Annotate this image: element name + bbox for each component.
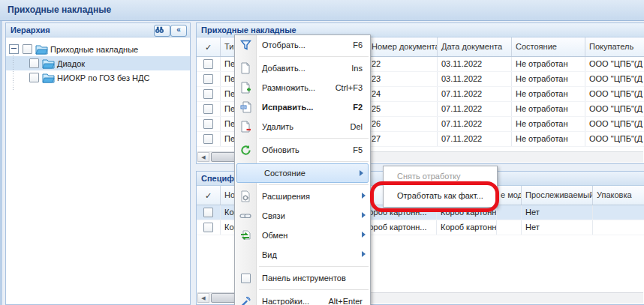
menu-separator xyxy=(259,184,369,185)
menu-item-filter[interactable]: Отобрать... F6 xyxy=(235,35,370,55)
row-checkbox[interactable] xyxy=(203,59,213,69)
menu-item-add[interactable]: Добавить... Ins xyxy=(235,58,370,78)
scroll-left-arrow-icon[interactable]: ◀ xyxy=(197,152,209,162)
cell-item: Короб картонн... xyxy=(360,220,437,235)
row-checkbox[interactable] xyxy=(203,104,213,114)
exchange-icon xyxy=(235,230,256,241)
cell-buyer: ООО "ЦПБ"(Д xyxy=(585,132,644,146)
cell-state: Не отработан xyxy=(512,102,585,116)
tree-checkbox[interactable] xyxy=(29,73,39,82)
menu-separator xyxy=(259,56,369,57)
cell-state: Не отработан xyxy=(512,132,585,146)
column-traceable[interactable]: Прослеживаемый xyxy=(522,186,593,205)
add-document-icon xyxy=(235,62,256,74)
row-checkbox[interactable] xyxy=(203,134,213,144)
row-checkbox[interactable] xyxy=(203,74,213,84)
submenu-item-process-as-fact[interactable]: Отработать как факт... xyxy=(384,186,497,205)
cell-number: 23 xyxy=(368,72,438,86)
links-icon xyxy=(235,212,256,220)
collapse-node-icon[interactable] xyxy=(9,44,19,54)
tree-item-label[interactable]: Диадок xyxy=(55,59,87,68)
duplicate-document-icon xyxy=(235,82,256,94)
menu-item-exchange[interactable]: Обмен xyxy=(235,226,370,245)
cell-date: 07.11.2022 xyxy=(438,102,512,116)
cell-state: Не отработан xyxy=(512,57,585,71)
menu-separator xyxy=(259,266,369,267)
search-button[interactable] xyxy=(154,25,170,37)
refresh-icon xyxy=(235,145,256,156)
column-check[interactable]: ✓ xyxy=(197,37,221,56)
menu-item-toolbar[interactable]: Панель инструментов xyxy=(235,268,370,288)
cell-state: Не отработан xyxy=(512,117,585,131)
state-submenu: Снять отработку Отработать как факт... xyxy=(383,166,498,208)
column-state[interactable]: Состояние xyxy=(512,37,585,56)
tree-item-label[interactable]: НИОКР по ГОЗ без НДС xyxy=(55,73,152,82)
settings-icon xyxy=(235,296,256,305)
folder-icon xyxy=(42,73,55,83)
toolbar-checkbox[interactable] xyxy=(235,274,256,283)
tree-checkbox[interactable] xyxy=(29,58,39,68)
collapse-panel-button[interactable]: « xyxy=(170,25,187,37)
cell-number: 26 xyxy=(368,117,438,131)
menu-separator xyxy=(259,138,369,139)
cell-number: 25 xyxy=(368,102,438,116)
application-window: Приходные накладные Иерархия « Прих xyxy=(0,0,644,305)
edit-document-icon xyxy=(235,101,256,113)
context-menu: Отобрать... F6 Добавить... Ins Размножит… xyxy=(234,34,371,305)
row-checkbox[interactable] xyxy=(203,89,213,99)
cell-traceable: Нет xyxy=(522,220,593,235)
filter-icon xyxy=(235,40,256,50)
tree-item-label[interactable]: Приходные накладные xyxy=(48,45,140,54)
tree-item-root[interactable]: Приходные накладные xyxy=(6,42,190,56)
title-bar: Приходные накладные xyxy=(0,0,644,21)
tree-item-niokr[interactable]: НИОКР по ГОЗ без НДС xyxy=(6,70,190,85)
menu-separator xyxy=(259,161,369,162)
tree-item-diadok[interactable]: Диадок xyxy=(6,56,190,70)
window-title: Приходные накладные xyxy=(8,4,111,15)
cell-date: 07.11.2022 xyxy=(438,117,512,131)
binoculars-icon xyxy=(155,25,170,34)
delete-document-icon xyxy=(235,121,256,133)
cell-buyer: ООО "ЦПБ"(Д xyxy=(585,117,644,131)
cell-date: 07.11.2022 xyxy=(438,87,512,101)
cell-state: Не отработан xyxy=(512,72,585,86)
scroll-left-arrow-icon[interactable]: ◀ xyxy=(197,293,209,303)
submenu-arrow-icon xyxy=(362,212,366,218)
cell-number: 24 xyxy=(368,87,438,101)
row-checkbox[interactable] xyxy=(203,208,213,217)
cell-date: 03.11.2022 xyxy=(438,72,512,86)
cell-buyer: ООО "ЦПБ"(Д xyxy=(585,57,644,71)
submenu-arrow-icon xyxy=(362,251,366,257)
submenu-arrow-icon xyxy=(360,170,363,176)
column-packaging[interactable]: Упаковка xyxy=(593,186,644,205)
hierarchy-panel: Иерархия « Приходные накладные xyxy=(5,22,191,305)
hierarchy-panel-header: Иерархия « xyxy=(6,23,190,37)
cell-buyer: ООО "ЦПБ"(Д xyxy=(585,87,644,101)
row-checkbox[interactable] xyxy=(203,119,213,129)
menu-item-extensions[interactable]: Расширения xyxy=(235,187,370,206)
menu-item-delete[interactable]: Удалить Del xyxy=(235,117,370,136)
scrollbar-thumb[interactable] xyxy=(211,152,236,162)
column-buyer[interactable]: Покупатель xyxy=(585,37,644,56)
menu-item-refresh[interactable]: Обновить F5 xyxy=(235,140,370,160)
scrollbar-thumb[interactable] xyxy=(211,293,236,303)
menu-item-links[interactable]: Связи xyxy=(235,206,370,226)
menu-item-edit[interactable]: Исправить... F2 xyxy=(235,97,370,117)
menu-item-duplicate[interactable]: Размножить... Ctrl+F3 xyxy=(235,78,370,97)
cell-packaging xyxy=(593,205,644,220)
column-model[interactable]: е мод xyxy=(497,186,522,205)
column-check[interactable]: ✓ xyxy=(197,186,221,205)
menu-item-state[interactable]: Состояние xyxy=(236,163,369,183)
tree-checkbox[interactable] xyxy=(23,44,32,54)
column-date[interactable]: Дата документа xyxy=(438,37,512,56)
cell-date: 07.11.2022 xyxy=(438,132,512,146)
cell-buyer: ООО "ЦПБ"(Д xyxy=(585,72,644,86)
submenu-item-clear-processing: Снять отработку xyxy=(384,166,497,186)
column-number[interactable]: Номер документа. xyxy=(368,37,438,56)
menu-item-settings[interactable]: Настройки... Alt+Enter xyxy=(235,292,370,305)
row-checkbox[interactable] xyxy=(203,223,213,232)
specification-panel-title: Специф xyxy=(201,174,234,183)
menu-item-view[interactable]: Вид xyxy=(235,245,370,265)
cell-state: Не отработан xyxy=(512,87,585,101)
hierarchy-tree: Приходные накладные Диадок НИОКР по ГОЗ … xyxy=(6,37,190,85)
